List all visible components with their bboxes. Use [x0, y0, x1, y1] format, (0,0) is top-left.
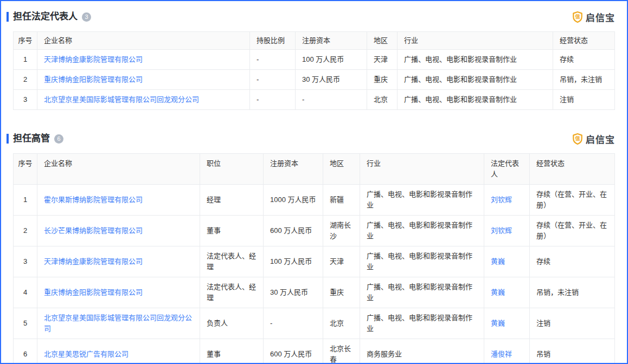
table-cell: 北京	[367, 90, 398, 110]
legal-rep-link[interactable]: 潘俊祥	[491, 350, 512, 358]
table-cell: 600 万人民币	[264, 339, 323, 364]
qixinbao-shield-icon: 信	[572, 133, 584, 145]
table-cell: 北京星美思锐广告有限公司	[37, 339, 200, 364]
table-cell: 北京长春	[323, 339, 360, 364]
table-cell: 5	[14, 308, 37, 339]
table-cell: 吊销	[530, 339, 615, 364]
table-row: 1天津博纳金康影院管理有限公司-100 万人民币天津广播、电视、电影和影视录音制…	[14, 50, 615, 70]
table-cell: 重庆博纳金阳影院管理有限公司	[37, 70, 250, 90]
table-cell: 黄巍	[484, 246, 530, 277]
table-cell: 刘钦辉	[484, 216, 530, 246]
legal-rep-link[interactable]: 黄巍	[491, 288, 505, 296]
table-cell: 重庆	[367, 70, 398, 90]
legal-rep-link[interactable]: 黄巍	[491, 257, 505, 265]
table-cell: 广播、电视、电影和影视录音制作业	[398, 50, 553, 70]
section-title: 担任高管	[13, 132, 50, 146]
table-row: 5北京望京星美国际影城管理有限公司回龙观分公司负责人-北京广播、电视、电影和影视…	[14, 308, 615, 339]
table-cell: 潘俊祥	[484, 339, 530, 364]
column-header: 行业	[398, 32, 553, 50]
table-cell: 商务服务业	[360, 339, 484, 364]
legal-rep-link[interactable]: 黄巍	[491, 319, 505, 327]
company-link[interactable]: 天津博纳金康影院管理有限公司	[44, 55, 143, 63]
table-cell: 广播、电视、电影和影视录音制作业	[360, 277, 484, 308]
table-cell: 2	[14, 216, 37, 246]
table-cell: 存续（在营、开业、在册）	[530, 185, 615, 216]
section-legal-representative: 担任法定代表人 3 信 启信宝 序号企业名称持股比例注册资本地区行业经营状态 1…	[13, 10, 615, 110]
section-header: 担任高管 6 信 启信宝	[7, 132, 615, 146]
legal-rep-link[interactable]: 刘钦辉	[491, 226, 512, 235]
table-cell: 湖南长沙	[323, 216, 360, 246]
table-cell: 董事	[200, 339, 264, 364]
company-link[interactable]: 霍尔果斯博纳影院管理有限公司	[44, 196, 143, 204]
table-cell: -	[250, 70, 296, 90]
column-header: 持股比例	[250, 32, 296, 50]
table-cell: 吊销，未注销	[553, 70, 615, 90]
table-cell: 新疆	[323, 185, 360, 216]
table-cell: 6	[14, 339, 37, 364]
table-cell: 负责人	[200, 308, 264, 339]
table-cell: 600 万人民币	[264, 216, 323, 246]
table-cell: 黄巍	[484, 308, 530, 339]
page-frame: 担任法定代表人 3 信 启信宝 序号企业名称持股比例注册资本地区行业经营状态 1…	[0, 0, 628, 364]
column-header: 注册资本	[296, 32, 367, 50]
table-cell: 3	[14, 246, 37, 277]
table-cell: 经理	[200, 185, 264, 216]
table-cell: 存续（在营、开业、在册）	[530, 216, 615, 246]
company-link[interactable]: 长沙芒果博纳影院管理有限公司	[44, 226, 143, 235]
svg-text:信: 信	[575, 14, 580, 20]
svg-text:信: 信	[575, 135, 580, 141]
table-cell: 4	[14, 277, 37, 308]
column-header: 注册资本	[264, 154, 323, 185]
column-header: 企业名称	[37, 154, 200, 185]
qixinbao-logo-text: 启信宝	[586, 10, 615, 24]
column-header: 序号	[14, 32, 37, 50]
column-header: 地区	[367, 32, 398, 50]
table-row: 2长沙芒果博纳影院管理有限公司董事600 万人民币湖南长沙广播、电视、电影和影视…	[14, 216, 615, 246]
column-header: 经营状态	[530, 154, 615, 185]
table-cell: 长沙芒果博纳影院管理有限公司	[37, 216, 200, 246]
table-cell: 2	[14, 70, 37, 90]
company-link[interactable]: 重庆博纳金阳影院管理有限公司	[44, 288, 143, 296]
company-link[interactable]: 北京望京星美国际影城管理有限公司回龙观分公司	[44, 95, 199, 103]
column-header: 法定代表人	[484, 154, 530, 185]
executive-table: 序号企业名称职位注册资本地区行业法定代表人经营状态 1霍尔果斯博纳影院管理有限公…	[13, 153, 615, 364]
table-cell: 1	[14, 50, 37, 70]
table-cell: 广播、电视、电影和影视录音制作业	[360, 308, 484, 339]
table-cell: 天津博纳金康影院管理有限公司	[37, 50, 250, 70]
company-link[interactable]: 北京星美思锐广告有限公司	[44, 350, 129, 358]
section-header: 担任法定代表人 3 信 启信宝	[7, 10, 615, 24]
column-header: 企业名称	[37, 32, 250, 50]
table-cell: 注销	[530, 308, 615, 339]
company-link[interactable]: 北京望京星美国际影城管理有限公司回龙观分公司	[44, 314, 192, 333]
table-row: 4重庆博纳金阳影院管理有限公司法定代表人、经理30 万人民币重庆广播、电视、电影…	[14, 277, 615, 308]
table-cell: 广播、电视、电影和影视录音制作业	[360, 246, 484, 277]
table-cell: -	[264, 308, 323, 339]
column-header: 地区	[323, 154, 360, 185]
company-link[interactable]: 天津博纳金康影院管理有限公司	[44, 257, 143, 265]
company-link[interactable]: 重庆博纳金阳影院管理有限公司	[44, 75, 143, 83]
table-cell: 重庆	[323, 277, 360, 308]
table-cell: 广播、电视、电影和影视录音制作业	[398, 70, 553, 90]
table-cell: 存续	[530, 246, 615, 277]
column-header: 经营状态	[553, 32, 615, 50]
table-header-row: 序号企业名称职位注册资本地区行业法定代表人经营状态	[14, 154, 615, 185]
legal-rep-link[interactable]: 刘钦辉	[491, 196, 512, 204]
table-row: 6北京星美思锐广告有限公司董事600 万人民币北京长春商务服务业潘俊祥吊销	[14, 339, 615, 364]
table-cell: 霍尔果斯博纳影院管理有限公司	[37, 185, 200, 216]
column-header: 序号	[14, 154, 37, 185]
qixinbao-logo: 信 启信宝	[572, 10, 615, 24]
table-cell: 北京望京星美国际影城管理有限公司回龙观分公司	[37, 308, 200, 339]
table-cell: -	[250, 90, 296, 110]
table-cell: 法定代表人、经理	[200, 246, 264, 277]
table-header-row: 序号企业名称持股比例注册资本地区行业经营状态	[14, 32, 615, 50]
section-count-badge: 3	[82, 12, 91, 22]
table-row: 1霍尔果斯博纳影院管理有限公司经理1000 万人民币新疆广播、电视、电影和影视录…	[14, 185, 615, 216]
column-header: 行业	[360, 154, 484, 185]
qixinbao-logo: 信 启信宝	[572, 132, 615, 146]
table-cell: 重庆博纳金阳影院管理有限公司	[37, 277, 200, 308]
legal-representative-table: 序号企业名称持股比例注册资本地区行业经营状态 1天津博纳金康影院管理有限公司-1…	[13, 31, 615, 110]
table-cell: 刘钦辉	[484, 185, 530, 216]
table-cell: 吊销，未注销	[530, 277, 615, 308]
qixinbao-shield-icon: 信	[572, 11, 584, 23]
table-cell: 广播、电视、电影和影视录音制作业	[360, 216, 484, 246]
